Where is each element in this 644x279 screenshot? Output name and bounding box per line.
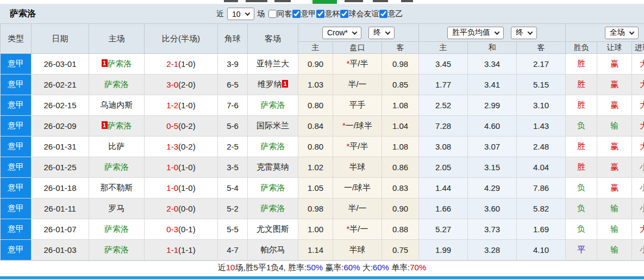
halftime-score: (1-0): [178, 163, 196, 172]
away-odds: 0.90: [392, 204, 408, 213]
chevron-down-icon: [495, 29, 500, 35]
summary-segment: 近: [218, 263, 226, 272]
away-team-link[interactable]: 萨索洛: [261, 100, 285, 109]
filter-checkbox-2[interactable]: 意杯: [316, 9, 340, 19]
avg-odds-select[interactable]: 胜平负均值: [447, 27, 504, 39]
handicap-cell: *一/球半: [333, 116, 382, 137]
away-team-link[interactable]: 维罗纳: [258, 79, 282, 89]
result-label: 胜: [577, 100, 585, 109]
handicap-line: 半/一: [349, 224, 368, 233]
league-cell: 意甲: [1, 178, 32, 199]
chevron-down-icon: [385, 29, 391, 35]
avg-home-odds: 2.52: [435, 101, 451, 110]
corner-count: 5-5: [227, 225, 239, 234]
bottom-divider-bar: [0, 276, 644, 279]
avg-draw-cell: 3.15: [468, 157, 517, 178]
filter-checkbox-4[interactable]: 意乙: [379, 9, 403, 19]
result-label: 胜: [577, 141, 585, 151]
checkbox-input[interactable]: [340, 10, 348, 18]
avg-home-odds: 1.44: [435, 183, 451, 193]
clipped-text-fragment: [274, 0, 291, 2]
active-tab-button[interactable]: [312, 0, 337, 4]
corner-cell: 4-7: [218, 240, 248, 261]
checkbox-input[interactable]: [292, 10, 301, 18]
home-team-link[interactable]: 萨索洛: [104, 224, 129, 233]
home-team-link[interactable]: 那不勒斯: [101, 183, 133, 192]
handicap-result-label: 输: [610, 203, 618, 213]
avg-draw-odds: 3.73: [484, 225, 500, 234]
subcol-handicap: 盘口: [333, 42, 382, 54]
home-team-link[interactable]: 乌迪内斯: [101, 100, 133, 109]
checkbox-input[interactable]: [268, 10, 277, 18]
avg-away-cell: 1.43: [517, 116, 566, 137]
handicap-line: 一/球半: [344, 183, 371, 192]
corner-count: 7-6: [227, 101, 239, 110]
fulltime-score: 2-1: [166, 59, 178, 69]
near-count-select[interactable]: 10: [227, 8, 254, 20]
filter-checkbox-1[interactable]: 意甲: [292, 9, 316, 19]
away-team-link[interactable]: 国际米兰: [257, 121, 289, 130]
away-team-link[interactable]: 尤文图斯: [257, 224, 289, 233]
away-team-cell: 维罗纳1: [248, 75, 298, 95]
fulltime-score: 1-0: [166, 163, 178, 172]
home-team-link[interactable]: 罗马: [109, 203, 125, 213]
match-date: 26-02-15: [43, 101, 76, 110]
summary-segment: 大:: [360, 263, 373, 272]
summary-segment: 单率:: [389, 263, 410, 272]
away-odds-cell: 0.85: [382, 75, 419, 95]
over-under-label: 小: [640, 162, 644, 171]
away-team-link[interactable]: 萨索洛: [261, 183, 285, 192]
result-label: 平: [577, 245, 585, 254]
col-header-away: 客场: [248, 24, 298, 54]
summary-segment: 10: [226, 263, 235, 272]
away-team-cell: 国际米兰: [248, 116, 298, 137]
away-team-cell: 萨索洛: [248, 199, 298, 219]
avg-draw-odds: 3.07: [484, 142, 500, 151]
date-cell: 26-01-18: [32, 178, 89, 199]
handicap-result-cell: 赢: [597, 75, 632, 95]
avg-away-cell: 4.10: [517, 240, 566, 261]
home-team-cell: 萨索洛: [89, 219, 145, 240]
away-team-link[interactable]: 克雷莫纳: [257, 162, 289, 171]
scope-select[interactable]: 全场: [605, 27, 639, 39]
home-team-link[interactable]: 比萨: [109, 141, 125, 151]
away-team-link[interactable]: 萨索洛: [261, 203, 285, 213]
away-odds-cell: 1.04: [382, 116, 419, 137]
away-odds: 0.83: [392, 183, 408, 193]
checkbox-input[interactable]: [379, 10, 387, 18]
home-team-link[interactable]: 萨索洛: [104, 245, 129, 254]
home-team-link[interactable]: 萨索洛: [108, 59, 132, 68]
checkbox-label: 意乙: [388, 9, 403, 19]
corner-cell: 6-5: [218, 75, 248, 95]
corner-count: 6-5: [227, 80, 239, 89]
league-cell: 意甲: [1, 75, 32, 95]
home-team-link[interactable]: 萨索洛: [108, 121, 132, 130]
odds-company-select[interactable]: Crow*: [322, 27, 361, 39]
result-cell: 平: [566, 240, 597, 261]
checkbox-input[interactable]: [316, 10, 324, 18]
avg-away-odds: 4.04: [533, 163, 549, 172]
league-cell: 意甲: [1, 95, 32, 116]
odds-time-select-1[interactable]: 终: [368, 27, 395, 39]
home-team-cell: 萨索洛: [89, 157, 145, 178]
score-cell: 1-0(1-0): [145, 178, 218, 199]
odds-time-select-2[interactable]: 终: [511, 27, 537, 39]
filter-checkbox-0[interactable]: 同客: [268, 9, 292, 19]
away-odds-cell: 0.88: [382, 219, 419, 240]
home-team-link[interactable]: 萨索洛: [104, 162, 129, 171]
away-team-link[interactable]: 亚特兰大: [257, 59, 289, 68]
match-date: 26-01-07: [43, 225, 76, 234]
rank-badge: 1: [282, 80, 288, 88]
home-odds-cell: 0.80: [298, 137, 333, 157]
avg-away-cell: 5.15: [517, 75, 566, 95]
result-label: 负: [577, 183, 585, 192]
filter-checkbox-3[interactable]: 球会友谊: [340, 9, 379, 19]
subcol-goals: 进球: [632, 42, 644, 54]
handicap-result-label: 赢: [610, 141, 618, 151]
away-team-link[interactable]: 萨索洛: [261, 141, 285, 151]
away-team-link[interactable]: 帕尔马: [261, 245, 285, 254]
home-team-link[interactable]: 萨索洛: [104, 79, 129, 89]
avg-away-cell: 7.86: [517, 178, 566, 199]
handicap-result-cell: 输: [597, 116, 632, 137]
home-team-cell: 乌迪内斯: [89, 95, 145, 116]
